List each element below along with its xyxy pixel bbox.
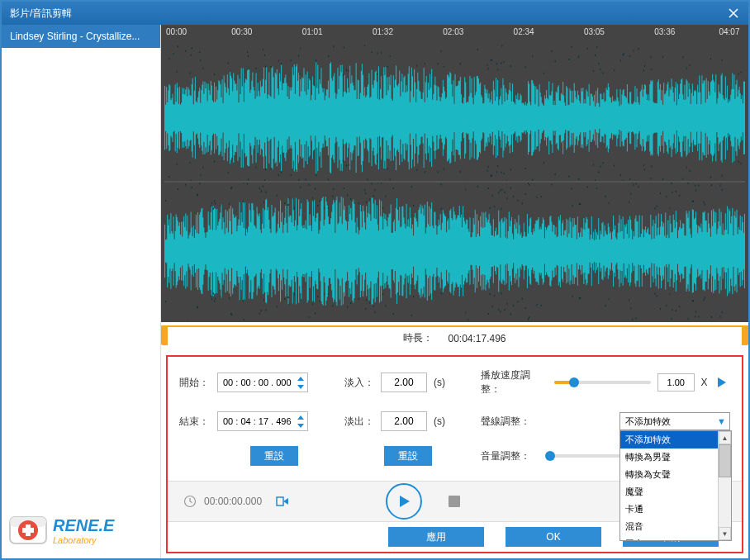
- fadeout-input[interactable]: 2.00: [381, 411, 427, 431]
- waveform[interactable]: [161, 41, 748, 322]
- fadein-label: 淡入：: [344, 376, 374, 390]
- titlebar: 影片/音訊剪輯: [2, 2, 748, 25]
- playback-time: 00:00:00.000: [204, 496, 262, 507]
- ruler-tick: 02:34: [514, 27, 534, 36]
- marker-icon: [275, 494, 290, 509]
- speed-slider-thumb[interactable]: [569, 377, 579, 387]
- voice-dropdown-selected: 不添加特效: [625, 415, 671, 428]
- dropdown-scrollbar[interactable]: ▲ ▼: [718, 431, 731, 540]
- dropdown-item[interactable]: 回音 1: [620, 535, 718, 540]
- sidebar: Lindsey Stirling - Crystallize... RENE.E…: [2, 25, 161, 558]
- reset-fade-button[interactable]: 重設: [384, 446, 432, 466]
- end-time-input[interactable]: 00 : 04 : 17 . 496: [217, 411, 308, 431]
- row-start: 開始： 00 : 00 : 00 . 000 淡入： 2.00 (s): [179, 368, 730, 396]
- play-icon: [715, 376, 729, 389]
- voice-label: 聲線調整：: [481, 415, 544, 429]
- logo-text-sub: Laboratory: [53, 535, 114, 545]
- voice-dropdown-list: 不添加特效 轉換為男聲 轉換為女聲 魔聲 卡通 混音 回音 1 回音 2: [619, 430, 732, 541]
- ruler-tick: 01:01: [302, 27, 323, 36]
- start-spinner-up[interactable]: [296, 375, 306, 382]
- volume-slider-thumb[interactable]: [545, 451, 555, 461]
- app-window: 影片/音訊剪輯 Lindsey Stirling - Crystallize..…: [0, 0, 750, 560]
- selection-handle-right[interactable]: [742, 325, 748, 345]
- speed-x: X: [701, 377, 708, 388]
- fadeout-label: 淡出：: [344, 415, 374, 429]
- close-button[interactable]: [719, 2, 748, 25]
- track-list-item[interactable]: Lindsey Stirling - Crystallize...: [2, 25, 160, 48]
- playback-time-group: 00:00:00.000: [183, 492, 292, 510]
- start-time-value: 00 : 00 : 00 . 000: [223, 377, 296, 387]
- dropdown-item[interactable]: 不添加特效: [620, 431, 718, 448]
- logo: RENE.E Laboratory: [2, 502, 160, 558]
- voice-dropdown[interactable]: 不添加特效 ▼ 不添加特效 轉換為男聲 轉換為女聲 魔聲 卡通: [619, 412, 730, 430]
- volume-label: 音量調整：: [481, 449, 544, 463]
- duration-bar: 時長： 00:04:17.496: [161, 325, 748, 350]
- ruler-tick: 03:36: [654, 27, 675, 36]
- track-name: Lindsey Stirling - Crystallize...: [10, 31, 140, 42]
- stop-button[interactable]: [449, 496, 460, 507]
- speed-value[interactable]: 1.00: [657, 373, 695, 392]
- start-time-input[interactable]: 00 : 00 : 00 . 000: [217, 373, 308, 392]
- ruler-tick: 00:00: [166, 27, 187, 36]
- speed-preview-button[interactable]: [714, 374, 730, 391]
- timeline-ruler[interactable]: 00:00 00:30 01:01 01:32 02:03 02:34 03:0…: [161, 25, 748, 41]
- fadeout-unit: (s): [434, 415, 445, 427]
- dropdown-item[interactable]: 轉換為女聲: [620, 466, 718, 483]
- start-label: 開始：: [179, 376, 209, 390]
- svg-rect-4: [22, 528, 34, 533]
- clock-icon: [183, 494, 197, 509]
- dropdown-item[interactable]: 魔聲: [620, 483, 718, 501]
- body: Lindsey Stirling - Crystallize... RENE.E…: [2, 25, 748, 558]
- controls-panel: 開始： 00 : 00 : 00 . 000 淡入： 2.00 (s): [166, 355, 743, 553]
- duration-label: 時長：: [403, 331, 433, 345]
- start-spinner-down[interactable]: [296, 383, 306, 391]
- close-icon: [729, 8, 738, 18]
- main-panel: 00:00 00:30 01:01 01:32 02:03 02:34 03:0…: [161, 25, 748, 558]
- apply-button[interactable]: 應用: [388, 527, 484, 547]
- fadein-input[interactable]: 2.00: [381, 373, 427, 392]
- scroll-up-icon[interactable]: ▲: [719, 431, 731, 444]
- ruler-tick: 02:03: [443, 27, 463, 36]
- ruler-tick: 04:07: [719, 27, 739, 36]
- reset-time-button[interactable]: 重設: [250, 446, 298, 466]
- waveform-canvas: [164, 43, 745, 320]
- ruler-tick: 01:32: [373, 27, 393, 36]
- ruler-tick: 03:05: [584, 27, 605, 36]
- logo-text-main: RENE.E: [53, 516, 114, 535]
- chevron-down-icon: ▼: [717, 416, 726, 426]
- end-label: 結束：: [179, 415, 209, 429]
- end-spinner-up[interactable]: [296, 414, 306, 421]
- fadein-unit: (s): [434, 377, 445, 388]
- end-time-value: 00 : 04 : 17 . 496: [223, 416, 296, 426]
- scroll-down-icon[interactable]: ▼: [719, 527, 731, 540]
- scroll-thumb[interactable]: [719, 444, 731, 477]
- play-icon: [396, 493, 412, 510]
- row-end: 結束： 00 : 04 : 17 . 496 淡出： 2.00 (s): [179, 411, 730, 431]
- set-marker-button[interactable]: [273, 492, 292, 510]
- logo-icon: [8, 510, 48, 550]
- end-spinner-down[interactable]: [296, 422, 306, 429]
- speed-label: 播放速度調整：: [481, 368, 548, 396]
- window-title: 影片/音訊剪輯: [10, 7, 72, 21]
- selection-handle-left[interactable]: [161, 325, 168, 345]
- dropdown-item[interactable]: 卡通: [620, 501, 718, 518]
- play-button[interactable]: [386, 483, 422, 520]
- timeline-area: 00:00 00:30 01:01 01:32 02:03 02:34 03:0…: [161, 25, 748, 325]
- duration-value: 00:04:17.496: [448, 333, 506, 344]
- dropdown-item[interactable]: 轉換為男聲: [620, 448, 718, 466]
- dropdown-item[interactable]: 混音: [620, 518, 718, 535]
- ok-button[interactable]: OK: [506, 527, 601, 547]
- speed-slider[interactable]: [554, 381, 650, 384]
- ruler-tick: 00:30: [231, 27, 252, 36]
